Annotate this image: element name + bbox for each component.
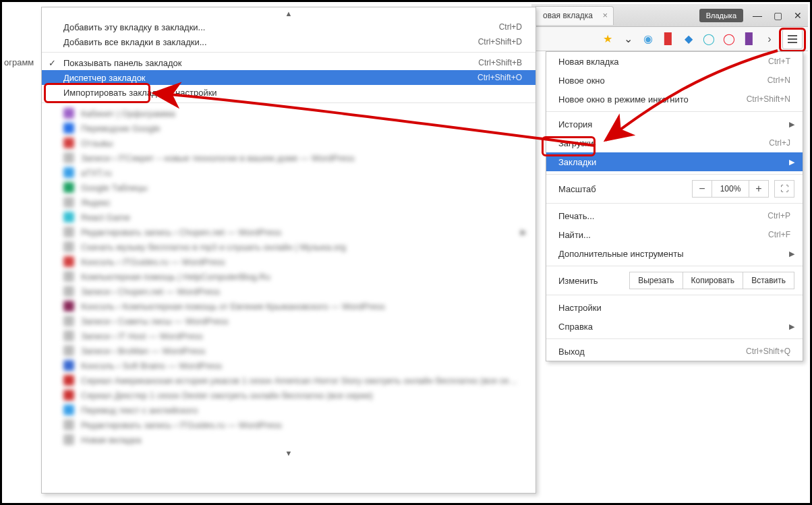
bookmark-item[interactable]: Консоль ‹ Компьютерная помощь от Евгения…	[42, 299, 535, 314]
bookmark-item[interactable]: Компьютерная помощь | HelpComputerBlog.R…	[42, 269, 535, 284]
menu-settings[interactable]: Настройки	[546, 298, 803, 317]
label: Новое окно	[558, 76, 605, 86]
bookmark-label: Сериал Американская история ужасов 1 сез…	[81, 376, 522, 386]
menu-downloads[interactable]: ЗагрузкиCtrl+J	[546, 133, 803, 152]
bookmark-item[interactable]: Google Таблицы	[42, 180, 535, 195]
bookmark-item[interactable]: Записи ‹ Советы лисы — WordPress	[42, 314, 535, 328]
submenu-import[interactable]: Импортировать закладки и настройки	[42, 85, 535, 100]
paste-button[interactable]: Вставить	[743, 272, 794, 289]
zoom-in-button[interactable]: +	[749, 180, 769, 198]
shortcut: Ctrl+Shift+N	[747, 94, 790, 104]
favicon-icon	[63, 138, 74, 148]
bookmark-label: aTXT.ru	[81, 168, 112, 178]
separator	[546, 203, 803, 204]
bookmark-item[interactable]: Записи ‹ BroMan — WordPress	[42, 343, 535, 358]
submenu-show-bar[interactable]: ✓Показывать панель закладокCtrl+Shift+B	[42, 55, 535, 70]
opera-icon[interactable]: ◯	[722, 32, 736, 47]
chevron-right-icon: ▶	[521, 228, 526, 237]
submenu-bookmark-manager[interactable]: Диспетчер закладокCtrl+Shift+O	[42, 70, 535, 85]
bookmark-label: Перевод текст с английского	[81, 405, 198, 415]
menu-new-window[interactable]: Новое окноCtrl+N	[546, 71, 803, 90]
favicon-icon	[63, 256, 74, 267]
scroll-up-button[interactable]: ▲	[42, 7, 535, 20]
separator	[546, 174, 803, 175]
bookmark-item[interactable]: Редактировать запись ‹ Chopen.net — Word…	[42, 225, 535, 239]
menu-help[interactable]: Справка▶	[546, 317, 803, 336]
star-icon[interactable]: ★	[600, 32, 615, 47]
bookmark-item[interactable]: Редактировать запись ‹ ITGuides.ru — Wor…	[42, 417, 535, 432]
menu-history[interactable]: История▶	[546, 115, 803, 133]
menu-more-tools[interactable]: Дополнительные инструменты▶	[546, 244, 803, 263]
menu-bookmarks[interactable]: Закладки▶	[546, 152, 803, 171]
label: Показывать панель закладок	[63, 58, 182, 68]
bookmark-item[interactable]: Новая вкладка	[42, 432, 535, 447]
copy-button[interactable]: Копировать	[683, 272, 744, 289]
onenote-icon[interactable]: ▉	[742, 32, 757, 47]
bookmark-item[interactable]: Переводчик Google	[42, 121, 535, 136]
favicon-icon	[63, 419, 74, 430]
bookmark-item[interactable]: Консоль ‹ ITGuides.ru — WordPress	[42, 254, 535, 269]
menu-new-tab[interactable]: Новая вкладкаCtrl+T	[546, 52, 803, 71]
bookmark-item[interactable]: Яндекс	[42, 195, 535, 210]
scroll-down-button[interactable]: ▼	[42, 447, 535, 459]
submenu-add-tab[interactable]: Добавить эту вкладку в закладки...Ctrl+D	[42, 20, 535, 34]
flag-icon[interactable]: ▉	[661, 32, 676, 47]
menu-button[interactable]	[782, 29, 803, 49]
label: Печать...	[558, 211, 594, 221]
bookmark-label: Кабинет | Орфограмма	[81, 109, 175, 119]
chevron-right-icon: ▶	[789, 158, 794, 167]
menu-exit[interactable]: ВыходCtrl+Shift+Q	[546, 342, 803, 361]
zoom-out-button[interactable]: −	[692, 180, 712, 198]
favicon-icon	[63, 241, 74, 252]
bookmark-label: Новая вкладка	[81, 435, 142, 445]
wave-icon[interactable]: ◆	[681, 32, 696, 47]
fullscreen-button[interactable]: ⛶	[774, 180, 794, 198]
bookmark-item[interactable]: Записи ‹ Chopen.net — WordPress	[42, 284, 535, 299]
tab-new[interactable]: овая вкладка ×	[534, 6, 614, 25]
cut-button[interactable]: Вырезать	[629, 272, 683, 289]
more-icon[interactable]: ›	[762, 32, 777, 47]
menu-print[interactable]: Печать...Ctrl+P	[546, 206, 803, 225]
separator	[546, 111, 803, 112]
bookmark-item[interactable]: Записи ‹ IT Host — WordPress	[42, 328, 535, 343]
bookmark-item[interactable]: Кабинет | Орфограмма	[42, 106, 535, 121]
check-icon: ✓	[49, 58, 56, 68]
user-badge[interactable]: Владыка	[699, 9, 743, 22]
favicon-icon	[63, 375, 74, 386]
close-icon[interactable]: ×	[602, 10, 608, 20]
menu-incognito[interactable]: Новое окно в режиме инкогнитоCtrl+Shift+…	[546, 90, 803, 109]
shortcut: Ctrl+P	[767, 211, 790, 220]
bookmark-item[interactable]: Записи ‹ ITСекрет – новые технологии в в…	[42, 150, 535, 165]
label: Диспетчер закладок	[63, 73, 146, 83]
ghostery-icon[interactable]: ◉	[641, 32, 656, 47]
close-button[interactable]: ✕	[788, 8, 808, 23]
circle-icon[interactable]: ◯	[701, 32, 716, 47]
hamburger-icon	[787, 34, 798, 44]
bookmark-item[interactable]: React Game	[42, 210, 535, 225]
separator	[546, 295, 803, 295]
browser-toolbar: ★ ⌄ ◉ ▉ ◆ ◯ ◯ ▉ ›	[531, 27, 808, 51]
bookmark-item[interactable]: Сериал Американская история ужасов 1 сез…	[42, 373, 535, 388]
chevron-right-icon: ▶	[789, 249, 794, 258]
label: Добавить эту вкладку в закладки...	[63, 22, 205, 32]
label: Добавить все вкладки в закладки...	[63, 37, 207, 47]
bookmark-item[interactable]: Отзывы	[42, 136, 535, 150]
maximize-button[interactable]: ▢	[767, 8, 788, 23]
favicon-icon	[63, 197, 74, 208]
bookmark-item[interactable]: Перевод текст с английского	[42, 403, 535, 417]
bookmark-label: Компьютерная помощь | HelpComputerBlog.R…	[81, 272, 270, 282]
pocket-icon[interactable]: ⌄	[620, 32, 635, 47]
shortcut: Ctrl+Shift+B	[478, 58, 522, 67]
minimize-button[interactable]: —	[747, 8, 767, 23]
menu-find[interactable]: Найти...Ctrl+F	[546, 225, 803, 244]
label: Справка	[558, 322, 593, 332]
bookmark-item[interactable]: Скачать музыку бесплатно в mp3 и слушать…	[42, 239, 535, 254]
bookmark-item[interactable]: Сериал Декстер 1 сезон Dexter смотреть о…	[42, 388, 535, 403]
shortcut: Ctrl+J	[769, 138, 790, 148]
submenu-add-all-tabs[interactable]: Добавить все вкладки в закладки...Ctrl+S…	[42, 34, 535, 49]
shortcut: Ctrl+F	[768, 230, 790, 239]
bookmark-item[interactable]: Консоль ‹ Soft Brains — WordPress	[42, 358, 535, 373]
bookmark-item[interactable]: aTXT.ru	[42, 165, 535, 180]
shortcut: Ctrl+Shift+D	[478, 37, 522, 47]
favicon-icon	[63, 360, 74, 371]
